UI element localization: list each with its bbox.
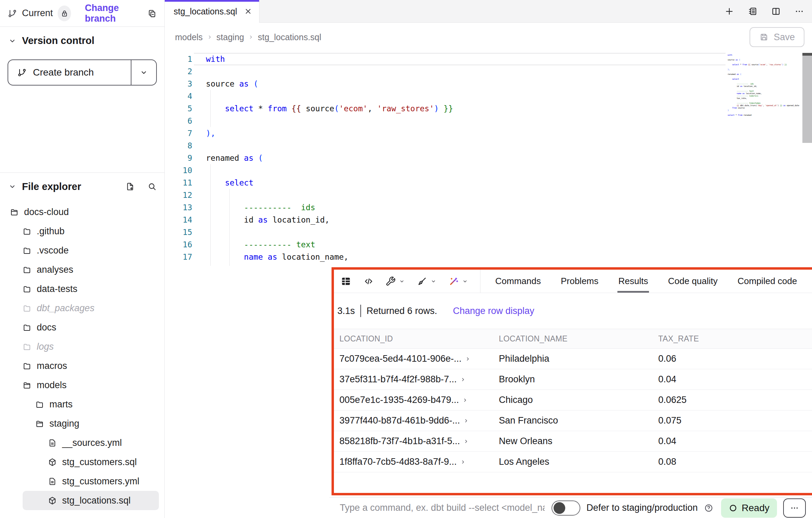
file-tree-item-stg-locations-sql[interactable]: stg_locations.sql	[23, 491, 159, 510]
file-tree-item-docs-cloud[interactable]: docs-cloud	[0, 202, 164, 222]
file-tree-item-dbt-packages[interactable]: dbt_packages	[0, 299, 164, 318]
chevron-down-icon[interactable]	[398, 278, 405, 285]
wrench-tool-button[interactable]	[385, 276, 405, 286]
sidebar: Current Change branch Version control Cr…	[0, 0, 165, 518]
table-grid-tool-button[interactable]	[340, 275, 352, 287]
code-content[interactable]: withsource as ( select * from {{ source(…	[206, 53, 723, 263]
file-label: stg_locations.sql	[62, 495, 131, 506]
tab-stg-locations-sql[interactable]: stg_locations.sql	[165, 0, 259, 23]
file-tree-item-models[interactable]: models	[0, 375, 164, 395]
file-tree-item--sources-yml[interactable]: __sources.yml	[0, 433, 164, 452]
breadcrumb-item[interactable]: staging	[217, 32, 244, 42]
expand-cell-icon[interactable]	[463, 438, 469, 445]
tab-title: stg_locations.sql	[174, 7, 237, 16]
defer-toggle[interactable]	[552, 500, 580, 516]
chevron-down-icon[interactable]	[462, 278, 468, 285]
split-pane-icon	[771, 6, 781, 16]
expand-cell-icon[interactable]	[462, 397, 468, 404]
close-icon[interactable]	[243, 7, 253, 16]
magic-wand-tool-button[interactable]	[449, 276, 468, 286]
file-label: staging	[49, 418, 79, 429]
ellipsis-icon	[790, 503, 799, 513]
version-control-header[interactable]: Version control	[8, 35, 157, 46]
file-label: .vscode	[37, 245, 69, 256]
file-tree-item-data-tests[interactable]: data-tests	[0, 279, 164, 299]
code-editor[interactable]: 1234567891011121314151617 withsource as …	[165, 52, 812, 267]
broom-tool-button[interactable]	[417, 276, 437, 286]
help-icon[interactable]	[704, 503, 714, 513]
table-row[interactable]: 3977f440-b87d-461b-9dd6-...San Francisco…	[334, 410, 812, 431]
results-table-body: 7c079cea-5ed4-4101-906e-...Philadelphia0…	[334, 349, 812, 472]
file-tree-item-docs[interactable]: docs	[0, 318, 164, 337]
chevron-down-icon[interactable]	[8, 182, 17, 191]
create-branch-dropdown[interactable]	[131, 60, 156, 85]
line-number: 13	[165, 201, 192, 214]
file-label: .github	[37, 226, 65, 237]
table-cell: 3977f440-b87d-461b-9dd6-...	[334, 415, 494, 426]
table-row[interactable]: 858218fb-73f7-4b1b-a31f-5...New Orleans0…	[334, 431, 812, 452]
save-button[interactable]: Save	[750, 27, 804, 47]
chevron-down-icon[interactable]	[430, 278, 437, 285]
code-tool-button[interactable]	[363, 276, 374, 286]
table-cell: 0.04	[653, 436, 812, 447]
new-file-icon[interactable]	[125, 182, 135, 191]
panel-tab-compiled-code[interactable]: Compiled code	[728, 270, 807, 293]
panel-tab-lineage[interactable]: Lineage	[807, 270, 812, 293]
table-row[interactable]: 7c079cea-5ed4-4101-906e-...Philadelphia0…	[334, 349, 812, 369]
file-label: docs-cloud	[24, 207, 69, 217]
expand-cell-icon[interactable]	[460, 459, 466, 465]
folder-icon	[22, 342, 32, 351]
column-header-location_id: LOCATION_ID	[334, 334, 494, 344]
file-tree-item-staging[interactable]: staging	[0, 414, 164, 433]
table-row[interactable]: 1f8ffa70-7cb5-4d83-8a7f-9...Los Angeles0…	[334, 452, 812, 472]
panel-tab-problems[interactable]: Problems	[551, 270, 608, 293]
save-label: Save	[774, 32, 795, 43]
split-editor-button[interactable]	[771, 6, 781, 16]
editor-panel-button[interactable]	[747, 6, 758, 16]
results-table: LOCATION_IDLOCATION_NAMETAX_RATEOPENED_D…	[334, 329, 812, 472]
file-tree-item--vscode[interactable]: .vscode	[0, 241, 164, 260]
code-line-13: ---------- ids	[206, 201, 723, 214]
file-label: stg_customers.sql	[62, 457, 137, 468]
file-tree-item-stg-customers-yml[interactable]: stg_customers.yml	[0, 472, 164, 491]
change-branch-link[interactable]: Change branch	[85, 3, 142, 24]
file-tree-item--github[interactable]: .github	[0, 222, 164, 241]
breadcrumb-item[interactable]: models	[175, 32, 203, 42]
editor-scrollbar[interactable]	[802, 53, 812, 143]
command-input[interactable]	[340, 503, 545, 513]
file-label: data-tests	[37, 284, 78, 294]
copy-icon[interactable]	[147, 9, 157, 18]
editor-more-button[interactable]	[794, 6, 804, 16]
breadcrumb-row: modelsstagingstg_locations.sql Save	[165, 23, 812, 52]
code-line-11: select	[206, 177, 723, 189]
breadcrumb-item[interactable]: stg_locations.sql	[258, 32, 321, 42]
table-row[interactable]: 005e7e1c-1935-4269-b479...Chicago0.06252…	[334, 390, 812, 410]
create-branch-main[interactable]: Create branch	[8, 60, 131, 85]
create-branch-button[interactable]: Create branch	[8, 59, 157, 86]
expand-cell-icon[interactable]	[463, 417, 469, 424]
new-tab-button[interactable]	[724, 6, 734, 16]
file-tree-item-logs[interactable]: logs	[0, 337, 164, 356]
file-tree-item-analyses[interactable]: analyses	[0, 260, 164, 279]
search-icon[interactable]	[147, 182, 157, 191]
table-row[interactable]: 37e5f311-b7f4-4f2f-988b-7...Brooklyn0.04…	[334, 369, 812, 390]
file-tree-item-macros[interactable]: macros	[0, 356, 164, 375]
line-number: 7	[165, 127, 192, 139]
panel-tab-results[interactable]: Results	[608, 270, 658, 293]
panel-tab-commands[interactable]: Commands	[485, 270, 551, 293]
expand-cell-icon[interactable]	[464, 356, 471, 362]
file-label: stg_customers.yml	[62, 476, 139, 487]
code-line-6	[206, 115, 723, 127]
change-row-display-link[interactable]: Change row display	[453, 306, 534, 316]
folder-icon	[22, 227, 32, 236]
expand-cell-icon[interactable]	[460, 376, 466, 383]
file-tree-item-stg-customers-sql[interactable]: stg_customers.sql	[0, 452, 164, 472]
minimap[interactable]: withsource as ( select * from {{ source(…	[728, 54, 802, 116]
command-bar: Defer to staging/production Ready	[329, 497, 812, 518]
chevron-right-icon	[247, 34, 254, 41]
panel-tab-code-quality[interactable]: Code quality	[658, 270, 728, 293]
folder-icon	[22, 323, 32, 332]
more-options-button[interactable]	[783, 498, 806, 518]
file-tree-item-marts[interactable]: marts	[0, 395, 164, 414]
line-number: 3	[165, 78, 192, 90]
